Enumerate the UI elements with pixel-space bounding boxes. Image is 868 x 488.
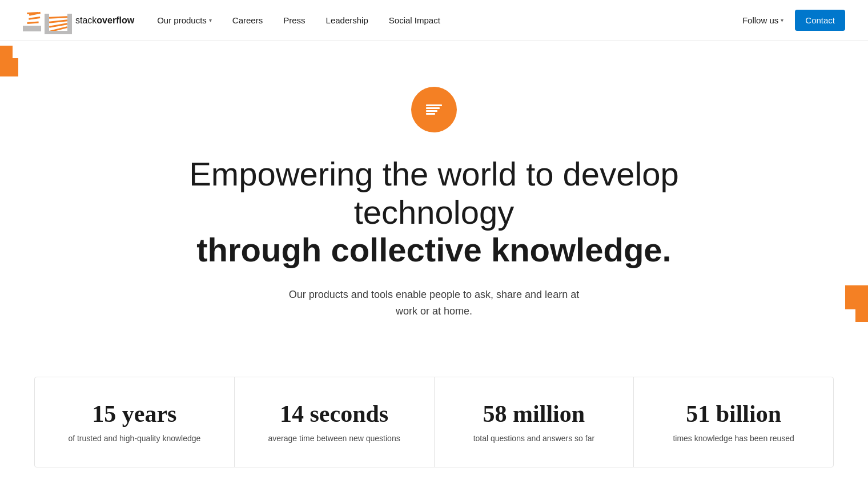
- chevron-down-icon: ▾: [209, 17, 212, 23]
- logo-link[interactable]: stackoverflow: [23, 7, 134, 34]
- hero-section: Empowering the world to develop technolo…: [0, 41, 868, 354]
- stat-years-number: 15 years: [52, 400, 217, 427]
- logo-image: [45, 7, 72, 34]
- stat-billion-number: 51 billion: [651, 400, 816, 427]
- nav-links: Our products ▾ Careers Press Leadership …: [157, 15, 742, 25]
- nav-press[interactable]: Press: [283, 15, 305, 25]
- stat-years-label: of trusted and high-quality knowledge: [52, 433, 217, 445]
- stack-line-4: [426, 113, 435, 115]
- follow-us-link[interactable]: Follow us ▾: [742, 15, 783, 25]
- nav-right: Follow us ▾ Contact: [742, 10, 845, 31]
- stack-line-3: [426, 110, 437, 112]
- stat-seconds: 14 seconds average time between new ques…: [235, 377, 435, 467]
- hero-icon-circle: [411, 87, 457, 132]
- logo-text: stackoverflow: [75, 15, 134, 26]
- stats-section: 15 years of trusted and high-quality kno…: [34, 377, 834, 468]
- stat-billion: 51 billion times knowledge has been reus…: [634, 377, 833, 467]
- nav-our-products[interactable]: Our products ▾: [157, 15, 212, 25]
- stat-years: 15 years of trusted and high-quality kno…: [35, 377, 235, 467]
- contact-button[interactable]: Contact: [795, 10, 845, 31]
- nav-careers[interactable]: Careers: [232, 15, 263, 25]
- svg-rect-1: [23, 28, 41, 31]
- stat-million-number: 58 million: [452, 400, 617, 427]
- main-nav: stackoverflow Our products ▾ Careers Pre…: [0, 0, 868, 41]
- stack-overflow-icon: [423, 102, 445, 117]
- svg-rect-2: [27, 21, 39, 23]
- stat-seconds-number: 14 seconds: [252, 400, 417, 427]
- nav-leadership[interactable]: Leadership: [326, 15, 368, 25]
- chevron-down-icon-follow: ▾: [781, 17, 783, 23]
- svg-rect-3: [29, 16, 40, 19]
- stat-billion-label: times knowledge has been reused: [651, 433, 816, 445]
- hero-title: Empowering the world to develop technolo…: [148, 155, 720, 269]
- stat-million: 58 million total questions and answers s…: [435, 377, 634, 467]
- nav-social-impact[interactable]: Social Impact: [389, 15, 440, 25]
- stat-seconds-label: average time between new questions: [252, 433, 417, 445]
- svg-rect-0: [23, 26, 41, 28]
- stat-million-label: total questions and answers so far: [452, 433, 617, 445]
- hero-subtitle: Our products and tools enable people to …: [286, 287, 582, 320]
- logo-icon: [23, 10, 41, 31]
- stack-line-2: [426, 107, 440, 109]
- stack-line-1: [426, 104, 442, 106]
